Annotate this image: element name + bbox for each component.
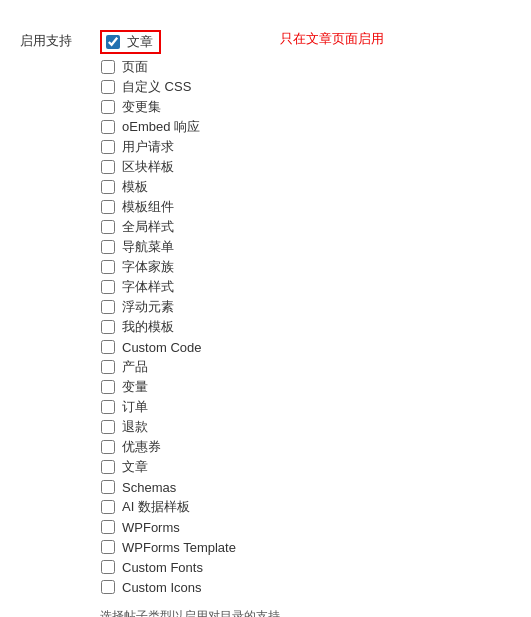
checkbox-wrapper-wenzhang[interactable] — [100, 459, 116, 475]
support-section: 启用支持 文章 只在文章页面启用 页面自定义 CSS变更集oEmbed 响应用户… — [0, 20, 531, 617]
checkbox-variable[interactable] — [101, 380, 115, 394]
checkbox-wrapper-custom-code[interactable] — [100, 339, 116, 355]
checkbox-product[interactable] — [101, 360, 115, 374]
checkbox-wrapper-template[interactable] — [100, 179, 116, 195]
checkbox-user-request[interactable] — [101, 140, 115, 154]
checkbox-wrapper-custom-icons[interactable] — [100, 579, 116, 595]
option-row-user-request: 用户请求 — [100, 137, 511, 157]
checkbox-floating-element[interactable] — [101, 300, 115, 314]
checkbox-wrapper-coupon[interactable] — [100, 439, 116, 455]
checkbox-wrapper-schemas[interactable] — [100, 479, 116, 495]
checkbox-refund[interactable] — [101, 420, 115, 434]
option-label-nav-menu[interactable]: 导航菜单 — [122, 238, 174, 256]
checkbox-page[interactable] — [101, 60, 115, 74]
option-label-wpforms[interactable]: WPForms — [122, 520, 180, 535]
checkbox-wrapper-font-style[interactable] — [100, 279, 116, 295]
checkbox-wrapper-wpforms[interactable] — [100, 519, 116, 535]
option-label-wpforms-template[interactable]: WPForms Template — [122, 540, 236, 555]
checkbox-block-template[interactable] — [101, 160, 115, 174]
option-label-custom-code[interactable]: Custom Code — [122, 340, 201, 355]
option-row-template-part: 模板组件 — [100, 197, 511, 217]
option-row-schemas: Schemas — [100, 477, 511, 497]
checkbox-wrapper-order[interactable] — [100, 399, 116, 415]
checkbox-wrapper-custom-fonts[interactable] — [100, 559, 116, 575]
checkbox-wrapper-refund[interactable] — [100, 419, 116, 435]
option-row-block-template: 区块样板 — [100, 157, 511, 177]
checkbox-wrapper-product[interactable] — [100, 359, 116, 375]
option-label-custom-css[interactable]: 自定义 CSS — [122, 78, 191, 96]
checkbox-custom-css[interactable] — [101, 80, 115, 94]
checkbox-wrapper-page[interactable] — [100, 59, 116, 75]
checkbox-wrapper-template-part[interactable] — [100, 199, 116, 215]
checkbox-wrapper-article[interactable] — [105, 34, 121, 50]
option-label-changelog[interactable]: 变更集 — [122, 98, 161, 116]
option-label-custom-icons[interactable]: Custom Icons — [122, 580, 201, 595]
option-row-font-style: 字体样式 — [100, 277, 511, 297]
checkbox-wrapper-custom-css[interactable] — [100, 79, 116, 95]
checkbox-wenzhang[interactable] — [101, 460, 115, 474]
checkbox-custom-code[interactable] — [101, 340, 115, 354]
checkbox-wrapper-variable[interactable] — [100, 379, 116, 395]
option-label-refund[interactable]: 退款 — [122, 418, 148, 436]
checkbox-wpforms-template[interactable] — [101, 540, 115, 554]
option-label-ai-template[interactable]: AI 数据样板 — [122, 498, 190, 516]
option-label-product[interactable]: 产品 — [122, 358, 148, 376]
checkbox-article[interactable] — [106, 35, 120, 49]
option-label-order[interactable]: 订单 — [122, 398, 148, 416]
checkbox-ai-template[interactable] — [101, 500, 115, 514]
option-row-oembed: oEmbed 响应 — [100, 117, 511, 137]
checkbox-wrapper-changelog[interactable] — [100, 99, 116, 115]
option-label-font-family[interactable]: 字体家族 — [122, 258, 174, 276]
checkbox-font-style[interactable] — [101, 280, 115, 294]
checkbox-oembed[interactable] — [101, 120, 115, 134]
checkbox-custom-icons[interactable] — [101, 580, 115, 594]
option-row-my-template: 我的模板 — [100, 317, 511, 337]
option-label-oembed[interactable]: oEmbed 响应 — [122, 118, 200, 136]
section-label-text: 启用支持 — [20, 33, 72, 48]
checkbox-wrapper-user-request[interactable] — [100, 139, 116, 155]
checkbox-wrapper-ai-template[interactable] — [100, 499, 116, 515]
option-label-user-request[interactable]: 用户请求 — [122, 138, 174, 156]
checkbox-wrapper-nav-menu[interactable] — [100, 239, 116, 255]
checkbox-template[interactable] — [101, 180, 115, 194]
checkbox-order[interactable] — [101, 400, 115, 414]
checkbox-schemas[interactable] — [101, 480, 115, 494]
checkbox-nav-menu[interactable] — [101, 240, 115, 254]
option-label-wenzhang[interactable]: 文章 — [122, 458, 148, 476]
checkbox-wrapper-font-family[interactable] — [100, 259, 116, 275]
option-label-template[interactable]: 模板 — [122, 178, 148, 196]
option-label-my-template[interactable]: 我的模板 — [122, 318, 174, 336]
option-row-custom-code: Custom Code — [100, 337, 511, 357]
option-label-variable[interactable]: 变量 — [122, 378, 148, 396]
checkbox-wrapper-wpforms-template[interactable] — [100, 539, 116, 555]
checkbox-font-family[interactable] — [101, 260, 115, 274]
checkbox-wrapper-block-template[interactable] — [100, 159, 116, 175]
checkbox-changelog[interactable] — [101, 100, 115, 114]
checkbox-coupon[interactable] — [101, 440, 115, 454]
option-label-schemas[interactable]: Schemas — [122, 480, 176, 495]
option-label-page[interactable]: 页面 — [122, 58, 148, 76]
option-row-refund: 退款 — [100, 417, 511, 437]
checkbox-my-template[interactable] — [101, 320, 115, 334]
checkbox-wrapper-floating-element[interactable] — [100, 299, 116, 315]
option-label-block-template[interactable]: 区块样板 — [122, 158, 174, 176]
checkbox-wpforms[interactable] — [101, 520, 115, 534]
option-row-custom-icons: Custom Icons — [100, 577, 511, 597]
option-row-ai-template: AI 数据样板 — [100, 497, 511, 517]
checkbox-wrapper-oembed[interactable] — [100, 119, 116, 135]
option-label-font-style[interactable]: 字体样式 — [122, 278, 174, 296]
checkbox-template-part[interactable] — [101, 200, 115, 214]
checkbox-global-style[interactable] — [101, 220, 115, 234]
option-label-global-style[interactable]: 全局样式 — [122, 218, 174, 236]
option-label-custom-fonts[interactable]: Custom Fonts — [122, 560, 203, 575]
checkbox-custom-fonts[interactable] — [101, 560, 115, 574]
option-label-floating-element[interactable]: 浮动元素 — [122, 298, 174, 316]
option-row-wpforms: WPForms — [100, 517, 511, 537]
checkbox-wrapper-global-style[interactable] — [100, 219, 116, 235]
option-row-wenzhang: 文章 — [100, 457, 511, 477]
checkbox-wrapper-my-template[interactable] — [100, 319, 116, 335]
option-label-coupon[interactable]: 优惠券 — [122, 438, 161, 456]
options-list: 文章 只在文章页面启用 页面自定义 CSS变更集oEmbed 响应用户请求区块样… — [100, 30, 511, 617]
option-label-template-part[interactable]: 模板组件 — [122, 198, 174, 216]
option-label-article[interactable]: 文章 — [127, 33, 153, 51]
